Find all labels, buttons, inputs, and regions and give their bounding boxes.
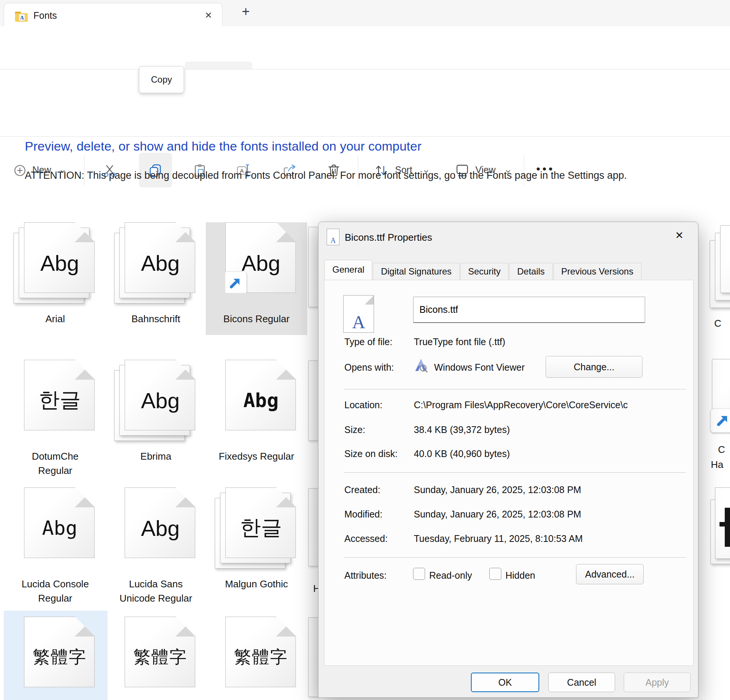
svg-text:A: A [20, 15, 24, 21]
cancel-button[interactable]: Cancel [548, 673, 615, 692]
size-value: 38.4 KB (39,372 bytes) [414, 424, 510, 435]
type-of-file-label: Type of file: [344, 336, 392, 347]
navigation-bar [0, 26, 730, 69]
tab-bar: A Fonts ✕ + [0, 0, 730, 26]
font-preview: Abg [24, 488, 95, 558]
shortcut-arrow-icon [710, 409, 730, 433]
tab-security[interactable]: Security [460, 263, 509, 280]
font-preview: 繁體字 [24, 617, 95, 688]
font-preview: 한글 [24, 360, 95, 431]
size-on-disk-value: 40.0 KB (40,960 bytes) [414, 448, 510, 459]
dialog-close-icon[interactable]: ✕ [670, 227, 689, 244]
hidden-font-item-sliver [308, 488, 318, 566]
accessed-label: Accessed: [344, 533, 388, 544]
properties-dialog: A Bicons.ttf Properties ✕ General Digita… [318, 222, 698, 698]
font-viewer-icon [413, 358, 429, 373]
hidden-label: Hidden [505, 570, 535, 581]
read-only-checkbox[interactable] [413, 568, 425, 580]
advanced-button[interactable]: Advanced... [576, 564, 644, 584]
tab-general[interactable]: General [324, 260, 372, 280]
attributes-label: Attributes: [344, 570, 387, 581]
modified-label: Modified: [344, 509, 382, 520]
opens-with-label: Opens with: [344, 362, 394, 373]
modified-value: Sunday, January 26, 2025, 12:03:08 PM [414, 509, 581, 520]
clipped-label-fragment: Ha [711, 459, 723, 471]
tab-digital-signatures[interactable]: Digital Signatures [373, 263, 459, 280]
size-label: Size: [344, 424, 365, 435]
hidden-font-item-sliver [308, 227, 318, 307]
font-label: Fixedsys Regular [210, 449, 303, 463]
font-label: Arial [8, 312, 102, 326]
font-preview: Abg [125, 488, 196, 558]
font-file-icon: A [327, 229, 339, 245]
location-label: Location: [344, 400, 382, 410]
shortcut-arrow-icon [223, 272, 247, 295]
general-tab-panel: A Type of file: TrueType font file (.ttf… [324, 280, 694, 666]
font-label: Lucida Sans Unicode Regular [111, 577, 201, 605]
font-label: Lucida Console Regular [12, 577, 98, 605]
ok-button[interactable]: OK [471, 673, 539, 692]
font-label: Bahnschrift [109, 312, 203, 326]
font-label: Ebrima [109, 449, 203, 463]
tab-details[interactable]: Details [509, 263, 552, 280]
attention-text: ATTENTION: This page is being decoupled … [25, 170, 627, 181]
tab-close-icon[interactable]: ✕ [205, 10, 212, 21]
created-value: Sunday, January 26, 2025, 12:03:08 PM [414, 484, 581, 495]
font-label: Bicons Regular [210, 312, 303, 326]
hidden-font-item-sliver [308, 361, 318, 441]
font-preview: Abg [226, 360, 296, 431]
font-preview: 한글 [226, 488, 296, 558]
clipped-glyph-fragment [719, 522, 730, 527]
created-label: Created: [344, 484, 380, 495]
font-preview: Abg [24, 223, 95, 293]
opens-with-value: Windows Font Viewer [434, 362, 525, 373]
explorer-window: A Fonts ✕ + [0, 0, 730, 700]
font-preview: 繁體字 [125, 617, 196, 688]
read-only-label: Read-only [429, 570, 472, 581]
font-preview: Abg [125, 360, 196, 431]
clipped-label-fragment: C [718, 444, 725, 456]
fonts-folder-icon: A [15, 11, 28, 22]
tab-title: Fonts [33, 10, 57, 21]
copy-tooltip: Copy [139, 66, 184, 93]
type-of-file-value: TrueType font file (.ttf) [414, 336, 505, 347]
command-toolbar: New A [0, 69, 730, 137]
font-label: Malgun Gothic [210, 577, 303, 591]
new-tab-icon[interactable]: + [242, 4, 250, 20]
tab-previous-versions[interactable]: Previous Versions [554, 263, 641, 280]
location-value: C:\Program Files\AppRecovery\Core\CoreSe… [414, 400, 628, 410]
page-title[interactable]: Preview, delete, or show and hide the fo… [25, 139, 422, 154]
size-on-disk-label: Size on disk: [344, 448, 398, 459]
hidden-font-item-sliver [308, 617, 318, 697]
font-file-icon-large: A [343, 295, 374, 333]
font-preview: 繁體字 [226, 617, 296, 688]
accessed-value: Tuesday, February 11, 2025, 8:10:53 AM [414, 533, 583, 544]
dialog-tab-strip: General Digital Signatures Security Deta… [324, 260, 642, 280]
dialog-title: Bicons.ttf Properties [345, 232, 432, 243]
filename-input[interactable] [413, 297, 645, 323]
change-button[interactable]: Change... [546, 356, 643, 378]
tooltip-text: Copy [151, 74, 172, 85]
apply-button[interactable]: Apply [624, 673, 691, 692]
font-preview: Abg [125, 223, 196, 293]
font-label: DotumChe Regular [16, 449, 95, 478]
clipped-label-fragment: C [714, 318, 721, 329]
hidden-checkbox[interactable] [489, 568, 501, 580]
clipped-glyph-fragment [725, 508, 730, 547]
tab-fonts[interactable]: A Fonts ✕ [4, 3, 222, 27]
